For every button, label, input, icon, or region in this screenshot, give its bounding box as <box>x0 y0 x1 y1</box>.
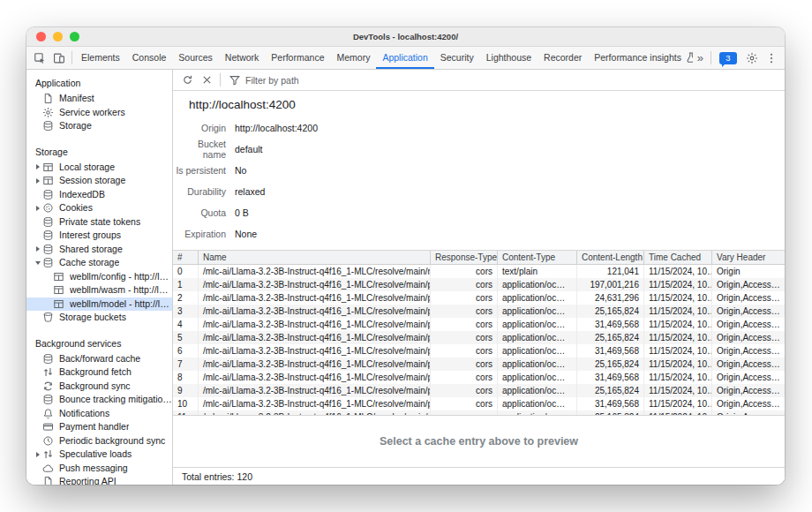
tab-memory[interactable]: Memory <box>330 47 376 69</box>
sidebar-item-session-storage[interactable]: Session storage <box>26 174 172 188</box>
item-label: Interest groups <box>59 229 121 243</box>
sidebar-item-interest-groups[interactable]: Interest groups <box>26 229 172 243</box>
sidebar-item-private-state-tokens[interactable]: Private state tokens <box>26 215 172 230</box>
sidebar-item-back-forward-cache[interactable]: Back/forward cache <box>26 352 172 366</box>
sidebar-item-webllm-model[interactable]: webllm/model - http://loc… <box>26 297 172 312</box>
separator <box>710 51 711 64</box>
table-row[interactable]: 7 /mlc-ai/Llama-3.2-3B-Instruct-q4f16_1-… <box>173 358 785 371</box>
item-label: Cache storage <box>59 256 119 270</box>
expand-arrow-icon[interactable] <box>33 206 42 211</box>
expand-arrow-icon[interactable] <box>33 452 42 457</box>
section-storage[interactable]: Storage <box>26 140 172 161</box>
tab-performance[interactable]: Performance <box>265 47 330 69</box>
cell-content-length: 31,469,568 <box>577 397 644 410</box>
filter-by-path-input[interactable] <box>245 75 779 86</box>
more-tabs-button[interactable]: » <box>693 51 708 64</box>
sidebar-item-storage-buckets[interactable]: Storage buckets <box>26 311 172 325</box>
cell-response-type: cors <box>431 291 498 305</box>
cell-time-cached: 11/15/2024, 10… <box>644 384 712 397</box>
metadata-row: Bucket name default <box>173 139 785 160</box>
sidebar-item-manifest[interactable]: Manifest <box>26 92 172 106</box>
messages-badge[interactable]: 3 <box>719 52 737 64</box>
item-label: Background fetch <box>59 365 132 380</box>
tab-console[interactable]: Console <box>126 47 173 69</box>
sidebar-item-service-workers[interactable]: Service workers <box>26 106 172 120</box>
cell-time-cached: 11/15/2024, 10… <box>644 265 712 278</box>
tab-security[interactable]: Security <box>434 47 480 69</box>
cell-vary-header: Origin,Access… <box>712 291 785 305</box>
sidebar-item-reporting-api[interactable]: Reporting API <box>26 475 172 485</box>
sidebar-item-cookies[interactable]: Cookies <box>26 201 172 215</box>
sidebar-item-storage[interactable]: Storage <box>26 119 172 133</box>
tab-sources[interactable]: Sources <box>172 47 219 69</box>
sidebar-item-cache-storage[interactable]: Cache storage <box>26 256 172 270</box>
cell-vary-header: Origin,Access… <box>712 384 785 397</box>
cell-content-length: 31,469,568 <box>577 318 644 331</box>
cell-content-length: 25,165,824 <box>577 358 644 371</box>
metadata-row: Expiration None <box>173 223 785 245</box>
expand-arrow-icon[interactable] <box>33 178 42 184</box>
section-background-services[interactable]: Background services <box>26 332 172 352</box>
inspect-element-button[interactable] <box>30 49 49 68</box>
delete-selected-button[interactable] <box>198 71 216 89</box>
cell-number: 5 <box>173 331 199 344</box>
expand-arrow-icon[interactable] <box>33 164 42 169</box>
metadata-row: Origin http://localhost:4200 <box>173 117 785 139</box>
table-row[interactable]: 3 /mlc-ai/Llama-3.2-3B-Instruct-q4f16_1-… <box>173 305 785 318</box>
sidebar-item-local-storage[interactable]: Local storage <box>26 161 172 175</box>
table-row[interactable]: 8 /mlc-ai/Llama-3.2-3B-Instruct-q4f16_1-… <box>173 371 785 384</box>
cell-vary-header: Origin,Access… <box>712 344 785 358</box>
column-header-response-type[interactable]: Response-Type <box>431 251 498 264</box>
sidebar-item-shared-storage[interactable]: Shared storage <box>26 243 172 257</box>
settings-button[interactable] <box>742 49 762 68</box>
sidebar-item-webllm-config[interactable]: webllm/config - http://loc… <box>26 270 172 284</box>
table-row[interactable]: 2 /mlc-ai/Llama-3.2-3B-Instruct-q4f16_1-… <box>173 291 785 305</box>
sidebar-item-notifications[interactable]: Notifications <box>26 407 172 421</box>
item-label: Background sync <box>59 380 131 394</box>
column-header-content-length[interactable]: Content-Length <box>577 251 644 264</box>
table-row[interactable]: 0 /mlc-ai/Llama-3.2-3B-Instruct-q4f16_1-… <box>173 265 785 278</box>
cell-content-type: application/oc… <box>498 371 577 384</box>
table-body: 0 /mlc-ai/Llama-3.2-3B-Instruct-q4f16_1-… <box>173 265 785 415</box>
sidebar-item-bounce-tracking-mitigations[interactable]: Bounce tracking mitigations <box>26 393 172 407</box>
sidebar-item-push-messaging[interactable]: Push messaging <box>26 462 172 476</box>
separator <box>71 51 72 64</box>
cell-number: 6 <box>173 344 199 358</box>
table-row[interactable]: 4 /mlc-ai/Llama-3.2-3B-Instruct-q4f16_1-… <box>173 318 785 331</box>
expand-arrow-icon[interactable] <box>33 246 42 252</box>
sidebar-item-indexeddb[interactable]: IndexedDB <box>26 188 172 202</box>
sidebar-item-speculative-loads[interactable]: Speculative loads <box>26 448 172 462</box>
tab-recorder[interactable]: Recorder <box>538 47 588 69</box>
cell-content-type: application/oc… <box>498 331 577 344</box>
sidebar-item-webllm-wasm[interactable]: webllm/wasm - http://loca… <box>26 283 172 297</box>
tab-network[interactable]: Network <box>219 47 266 69</box>
column-header-vary-header[interactable]: Vary Header <box>712 251 785 264</box>
tab-lighthouse[interactable]: Lighthouse <box>480 47 538 69</box>
collapse-arrow-icon[interactable] <box>33 261 42 265</box>
table-row[interactable]: 1 /mlc-ai/Llama-3.2-3B-Instruct-q4f16_1-… <box>173 278 785 291</box>
item-label: Reporting API <box>59 475 117 485</box>
table-row[interactable]: 9 /mlc-ai/Llama-3.2-3B-Instruct-q4f16_1-… <box>173 384 785 397</box>
tab-elements[interactable]: Elements <box>75 47 126 69</box>
column-header-content-type[interactable]: Content-Type <box>498 251 577 264</box>
table-row[interactable]: 10 /mlc-ai/Llama-3.2-3B-Instruct-q4f16_1… <box>173 397 785 410</box>
sidebar-item-payment-handler[interactable]: Payment handler <box>26 420 172 434</box>
refresh-button[interactable] <box>178 71 197 89</box>
database-icon <box>42 353 55 365</box>
section-application[interactable]: Application <box>26 72 172 92</box>
menu-button[interactable] <box>762 49 781 68</box>
sidebar-item-periodic-background-sync[interactable]: Periodic background sync <box>26 434 172 448</box>
sidebar-item-background-sync[interactable]: Background sync <box>26 380 172 394</box>
cell-content-length: 25,165,824 <box>577 384 644 397</box>
sidebar-item-background-fetch[interactable]: Background fetch <box>26 365 172 380</box>
device-toolbar-button[interactable] <box>49 49 69 68</box>
table-row[interactable]: 6 /mlc-ai/Llama-3.2-3B-Instruct-q4f16_1-… <box>173 344 785 358</box>
column-header-number[interactable]: # <box>173 251 199 264</box>
column-header-name[interactable]: Name <box>199 251 431 264</box>
tab-performance-insights[interactable]: Performance insights <box>588 47 692 69</box>
tab-application[interactable]: Application <box>376 47 433 69</box>
column-header-time-cached[interactable]: Time Cached <box>644 251 712 264</box>
item-label: Session storage <box>59 174 125 188</box>
table-row[interactable]: 5 /mlc-ai/Llama-3.2-3B-Instruct-q4f16_1-… <box>173 331 785 344</box>
cell-time-cached: 11/15/2024, 10… <box>644 305 712 318</box>
